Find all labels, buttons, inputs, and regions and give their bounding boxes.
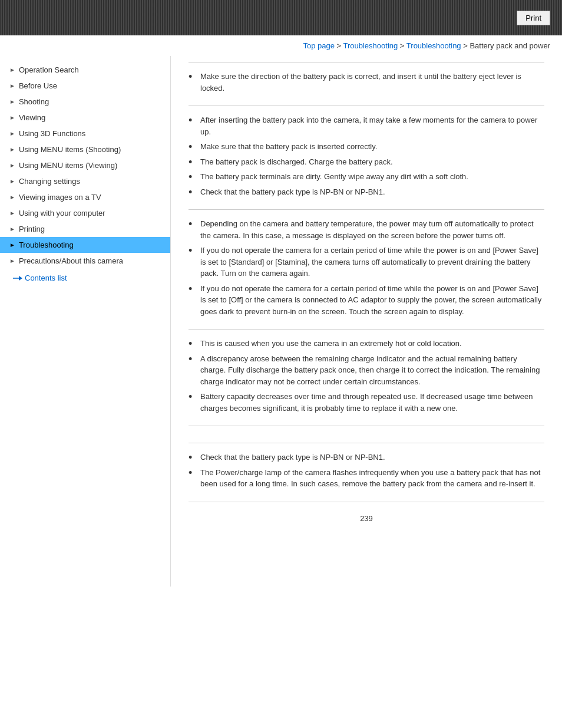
bullet-text: The Power/charge lamp of the camera flas… <box>200 467 544 490</box>
bullet-item: •Depending on the camera and battery tem… <box>189 218 544 241</box>
bullet-item: •The battery pack terminals are dirty. G… <box>189 171 544 183</box>
arrow-right-icon <box>13 275 22 281</box>
bullet-text: After inserting the battery pack into th… <box>200 114 544 137</box>
breadcrumb-current: Battery pack and power <box>470 41 550 50</box>
sidebar-arrow-icon: ► <box>9 194 15 200</box>
page-number: 239 <box>189 502 544 529</box>
sidebar-arrow-icon: ► <box>9 98 15 105</box>
sidebar-item-printing[interactable]: ►Printing <box>0 221 170 237</box>
sidebar-item-label: Operation Search <box>19 65 79 74</box>
bullet-text: This is caused when you use the camera i… <box>200 338 462 350</box>
section-0: •Make sure the direction of the battery … <box>189 62 544 106</box>
bullet-dot: • <box>189 157 197 167</box>
bullet-list-5: •Check that the battery pack type is NP-… <box>189 452 544 490</box>
sidebar-arrow-icon: ► <box>9 83 15 89</box>
sidebar-item-operation-search[interactable]: ►Operation Search <box>0 62 170 78</box>
sidebar-item-label: Printing <box>19 225 45 233</box>
contents-list-link[interactable]: Contents list <box>0 269 170 287</box>
bullet-dot: • <box>189 71 197 82</box>
sidebar-item-label: Using MENU items (Shooting) <box>19 145 121 154</box>
bullet-item: •Make sure that the battery pack is inse… <box>189 141 544 153</box>
bullet-text: Make sure the direction of the battery p… <box>200 71 544 94</box>
sidebar-item-using-3d-functions[interactable]: ►Using 3D Functions <box>0 126 170 141</box>
sidebar-item-shooting[interactable]: ►Shooting <box>0 94 170 110</box>
bullet-list-2: •Depending on the camera and battery tem… <box>189 218 544 317</box>
bullet-text: Depending on the camera and battery temp… <box>200 218 544 241</box>
bullet-text: Check that the battery pack type is NP-B… <box>200 452 385 463</box>
header-bar: Print <box>0 0 562 35</box>
breadcrumb-link2[interactable]: Troubleshooting <box>406 41 461 50</box>
bullet-dot: • <box>189 467 197 478</box>
sidebar-arrow-icon: ► <box>9 130 15 137</box>
sidebar-arrow-icon: ► <box>9 242 15 248</box>
bullet-item: •Check that the battery pack type is NP-… <box>189 186 544 198</box>
section-2: •Depending on the camera and battery tem… <box>189 210 544 330</box>
bullet-dot: • <box>189 219 197 229</box>
breadcrumb: Top page > Troubleshooting > Troubleshoo… <box>0 35 562 56</box>
sidebar-item-label: Using MENU items (Viewing) <box>19 161 117 170</box>
sidebar-arrow-icon: ► <box>9 258 15 264</box>
sidebar-item-using-with-your-computer[interactable]: ►Using with your computer <box>0 205 170 221</box>
svg-marker-1 <box>19 276 22 281</box>
sidebar-arrow-icon: ► <box>9 178 15 185</box>
sidebar-item-label: Shooting <box>19 97 49 106</box>
bullet-item: •If you do not operate the camera for a … <box>189 245 544 279</box>
bullet-text: Make sure that the battery pack is inser… <box>200 141 377 153</box>
bullet-list-3: •This is caused when you use the camera … <box>189 338 544 414</box>
sidebar-item-precautions/about-this-camera[interactable]: ►Precautions/About this camera <box>0 253 170 269</box>
bullet-text: Check that the battery pack type is NP-B… <box>200 186 385 198</box>
sidebar-item-using-menu-items-shooting[interactable]: ►Using MENU items (Shooting) <box>0 141 170 157</box>
sidebar-arrow-icon: ► <box>9 114 15 121</box>
section-4 <box>189 426 544 443</box>
sidebar-item-before-use[interactable]: ►Before Use <box>0 78 170 94</box>
sidebar-item-label: Precautions/About this camera <box>19 256 123 265</box>
sidebar-arrow-icon: ► <box>9 226 15 232</box>
sidebar-item-label: Viewing <box>19 113 45 122</box>
bullet-text: Battery capacity decreases over time and… <box>200 391 544 414</box>
bullet-dot: • <box>189 141 197 152</box>
bullet-text: If you do not operate the camera for a c… <box>200 245 544 279</box>
bullet-dot: • <box>189 354 197 364</box>
bullet-item: •Make sure the direction of the battery … <box>189 71 544 94</box>
sidebar-item-label: Changing settings <box>19 177 80 186</box>
breadcrumb-top-link[interactable]: Top page <box>303 41 335 50</box>
bullet-item: •After inserting the battery pack into t… <box>189 114 544 137</box>
bullet-item: •A discrepancy arose between the remaini… <box>189 353 544 388</box>
sidebar-item-label: Viewing images on a TV <box>19 193 101 202</box>
bullet-text: The battery pack is discharged. Charge t… <box>200 156 393 168</box>
bullet-text: If you do not operate the camera for a c… <box>200 283 544 318</box>
bullet-dot: • <box>189 245 197 256</box>
bullet-dot: • <box>189 391 197 402</box>
main-content: •Make sure the direction of the battery … <box>171 56 562 587</box>
sidebar-item-changing-settings[interactable]: ►Changing settings <box>0 173 170 189</box>
sidebar-arrow-icon: ► <box>9 162 15 169</box>
bullet-item: •This is caused when you use the camera … <box>189 338 544 350</box>
bullet-dot: • <box>189 452 197 463</box>
layout: ►Operation Search►Before Use►Shooting►Vi… <box>0 56 562 587</box>
bullet-item: •Battery capacity decreases over time an… <box>189 391 544 414</box>
sidebar: ►Operation Search►Before Use►Shooting►Vi… <box>0 56 171 587</box>
sidebar-item-label: Before Use <box>19 81 57 90</box>
bullet-item: •The battery pack is discharged. Charge … <box>189 156 544 168</box>
bullet-dot: • <box>189 284 197 294</box>
sidebar-item-viewing-images-on-a-tv[interactable]: ►Viewing images on a TV <box>0 189 170 205</box>
sidebar-item-label: Troubleshooting <box>19 241 74 249</box>
sidebar-arrow-icon: ► <box>9 146 15 153</box>
sidebar-item-viewing[interactable]: ►Viewing <box>0 110 170 126</box>
bullet-item: •Check that the battery pack type is NP-… <box>189 452 544 463</box>
bullet-list-1: •After inserting the battery pack into t… <box>189 114 544 197</box>
bullet-list-0: •Make sure the direction of the battery … <box>189 71 544 94</box>
section-3: •This is caused when you use the camera … <box>189 330 544 426</box>
sidebar-arrow-icon: ► <box>9 67 15 73</box>
bullet-text: The battery pack terminals are dirty. Ge… <box>200 171 468 183</box>
sidebar-item-using-menu-items-viewing[interactable]: ►Using MENU items (Viewing) <box>0 157 170 173</box>
sidebar-item-label: Using with your computer <box>19 209 105 218</box>
bullet-dot: • <box>189 338 197 349</box>
print-button[interactable]: Print <box>517 11 550 25</box>
sidebar-arrow-icon: ► <box>9 210 15 216</box>
sidebar-item-troubleshooting[interactable]: ►Troubleshooting <box>0 237 170 253</box>
bullet-dot: • <box>189 187 197 197</box>
breadcrumb-link1[interactable]: Troubleshooting <box>343 41 398 50</box>
section-1: •After inserting the battery pack into t… <box>189 106 544 210</box>
bullet-dot: • <box>189 172 197 182</box>
